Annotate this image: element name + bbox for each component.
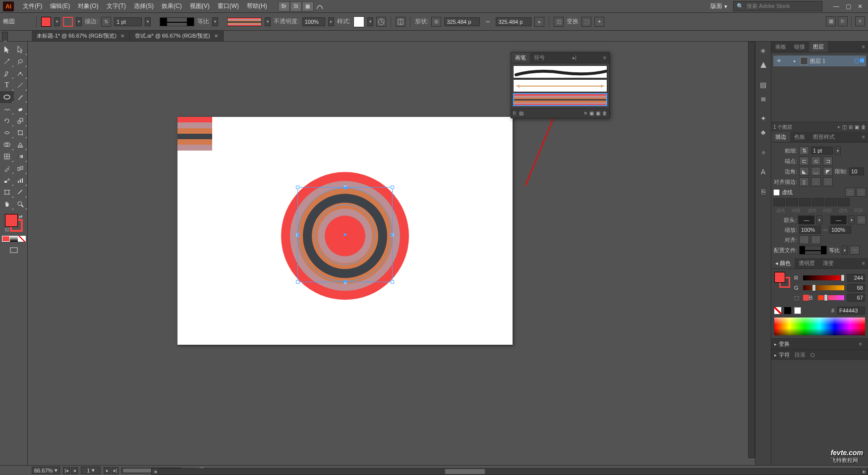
zoom-tool[interactable] xyxy=(14,198,28,210)
libraries-icon[interactable]: ☀ xyxy=(757,45,770,57)
weight-dropdown[interactable]: ▾ xyxy=(835,146,841,155)
brush-lib-icon[interactable]: ⎘ xyxy=(513,110,516,116)
tab-graphic-styles[interactable]: 图形样式 xyxy=(809,132,839,142)
shape-more-icon[interactable]: ▸ xyxy=(534,17,544,27)
scale-tool[interactable] xyxy=(14,115,28,127)
panel-menu-icon[interactable]: ≡ xyxy=(859,132,868,142)
tab-color[interactable]: ◂ 颜色 xyxy=(771,258,795,268)
symbol-sprayer-tool[interactable] xyxy=(0,174,14,186)
expand-icon[interactable]: ▸ xyxy=(791,57,798,64)
stroke-color-swatch[interactable] xyxy=(63,17,73,27)
spectrum-picker[interactable] xyxy=(774,317,865,335)
brush-definition-swatch[interactable] xyxy=(227,17,262,26)
perspective-tool[interactable] xyxy=(14,139,28,151)
type-panel-icon[interactable]: A xyxy=(757,165,770,178)
style-swatch[interactable] xyxy=(353,16,364,27)
canvas-area[interactable] xyxy=(28,42,755,465)
delete-layer-icon[interactable]: 🗑 xyxy=(861,124,866,130)
gpu-perf-icon[interactable] xyxy=(314,1,326,11)
tab-layers[interactable]: 图层 xyxy=(809,42,828,52)
envelope-icon[interactable]: ✦ xyxy=(594,17,604,27)
menu-edit[interactable]: 编辑(E) xyxy=(46,2,74,10)
artboard-tool[interactable] xyxy=(0,186,14,198)
window-maximize[interactable]: ▢ xyxy=(843,2,853,10)
menu-help[interactable]: 帮助(H) xyxy=(243,2,271,10)
b-slider[interactable] xyxy=(818,295,844,300)
stroke-icon[interactable]: ♣ xyxy=(757,126,770,139)
tab-swatches[interactable]: 色板 xyxy=(790,132,809,142)
solid-color-mode[interactable] xyxy=(2,236,10,242)
paragraph-tab[interactable]: 段落 xyxy=(795,351,806,359)
tab-brushes[interactable]: 画笔 xyxy=(511,53,530,63)
width-tool[interactable] xyxy=(0,127,14,139)
line-tool[interactable] xyxy=(14,79,28,91)
panel-menu-icon[interactable]: ≡ xyxy=(856,341,865,347)
window-minimize[interactable]: — xyxy=(831,2,841,10)
isolate-icon[interactable]: ⬚ xyxy=(581,17,591,27)
default-colors-icon[interactable]: ◱ xyxy=(5,227,9,232)
new-sublayer-icon[interactable]: ⊞ xyxy=(849,124,853,130)
brush-def-dropdown[interactable]: ▾ xyxy=(265,17,271,26)
shape-height-input[interactable] xyxy=(496,17,531,26)
blend-tool[interactable] xyxy=(14,162,28,174)
tab-stroke[interactable]: 描边 xyxy=(771,132,790,142)
screen-mode-icon[interactable] xyxy=(8,246,19,255)
transform-panel-icon[interactable]: ◫ xyxy=(554,17,564,27)
fill-stroke-indicator[interactable]: ⇄ ◱ xyxy=(5,214,23,232)
prev-artboard-button[interactable]: ◂ xyxy=(71,467,78,474)
shape-link-icon[interactable]: ⊞ xyxy=(431,17,441,27)
cap-butt-icon[interactable]: ⊏ xyxy=(799,157,809,165)
delete-brush-icon[interactable]: 🗑 xyxy=(602,110,607,116)
selection-tool[interactable] xyxy=(0,44,14,55)
style-dropdown[interactable]: ▾ xyxy=(367,17,373,26)
cube-icon[interactable]: ⬚ xyxy=(794,295,800,301)
anchor-point[interactable] xyxy=(391,234,393,236)
layer-name[interactable]: 图层 1 xyxy=(810,57,825,65)
dashed-checkbox[interactable] xyxy=(773,189,780,196)
mesh-tool[interactable] xyxy=(0,151,14,162)
g-slider[interactable] xyxy=(803,285,844,290)
fill-dropdown[interactable]: ▾ xyxy=(54,17,60,26)
visibility-icon[interactable]: 👁 xyxy=(775,57,782,64)
transform-section[interactable]: ▸ 变换 ≡ xyxy=(771,338,868,349)
opentype-tab[interactable]: O xyxy=(810,352,815,358)
stroke-weight-stepper[interactable]: ⇅ xyxy=(101,17,111,27)
weight-input[interactable] xyxy=(811,147,833,155)
stock-button[interactable]: St xyxy=(290,1,302,11)
menu-type[interactable]: 文字(T) xyxy=(103,2,130,10)
resize-handle[interactable] xyxy=(391,280,394,284)
symbols-icon[interactable]: ✦ xyxy=(757,112,770,125)
slice-tool[interactable] xyxy=(14,186,28,198)
search-stock-input[interactable]: 🔍 搜索 Adobe Stock xyxy=(733,1,822,11)
make-clip-icon[interactable]: ◫ xyxy=(842,124,847,130)
corner-bevel-icon[interactable]: ◤ xyxy=(823,167,833,176)
menu-file[interactable]: 文件(F) xyxy=(19,2,46,10)
direct-selection-tool[interactable] xyxy=(14,44,28,55)
r-input[interactable] xyxy=(847,274,865,282)
profile-swatch[interactable] xyxy=(799,246,827,255)
g-input[interactable] xyxy=(847,284,865,292)
brush-options-icon[interactable]: ▣ xyxy=(589,110,594,116)
doc-setup-icon[interactable]: ▦ xyxy=(826,16,836,26)
appearance-icon[interactable]: ⟐ xyxy=(757,146,770,158)
cap-round-icon[interactable]: ⊂ xyxy=(811,157,821,165)
brushes-panel[interactable]: 画笔 符号 ▸| ≡ ⎘ ▤ ✕ ▣ ▣ 🗑 xyxy=(511,52,610,118)
align-icon[interactable] xyxy=(396,17,405,27)
panel-menu-icon[interactable]: ≡ xyxy=(859,258,868,268)
hand-tool[interactable] xyxy=(0,198,14,210)
none-mode[interactable] xyxy=(18,236,26,242)
miter-limit-input[interactable] xyxy=(849,167,864,175)
type-tool[interactable]: T xyxy=(0,79,14,91)
fill-indicator[interactable] xyxy=(5,214,18,227)
brush-art-stripe-selected[interactable] xyxy=(513,93,607,106)
tab-links[interactable]: 链接 xyxy=(790,42,809,52)
resize-handle[interactable] xyxy=(296,186,299,189)
panel-collapse-icon[interactable]: ▸| xyxy=(570,53,579,63)
rotate-tool[interactable] xyxy=(0,115,14,127)
new-brush-icon[interactable]: ▣ xyxy=(596,110,600,116)
panel-menu-icon[interactable]: ≡ xyxy=(859,42,868,52)
artboard-nav-input[interactable]: 1▾ xyxy=(81,467,101,474)
profile-dropdown[interactable]: ▾ xyxy=(212,17,218,26)
shaper-tool[interactable] xyxy=(0,103,14,115)
resize-handle[interactable] xyxy=(296,280,299,284)
